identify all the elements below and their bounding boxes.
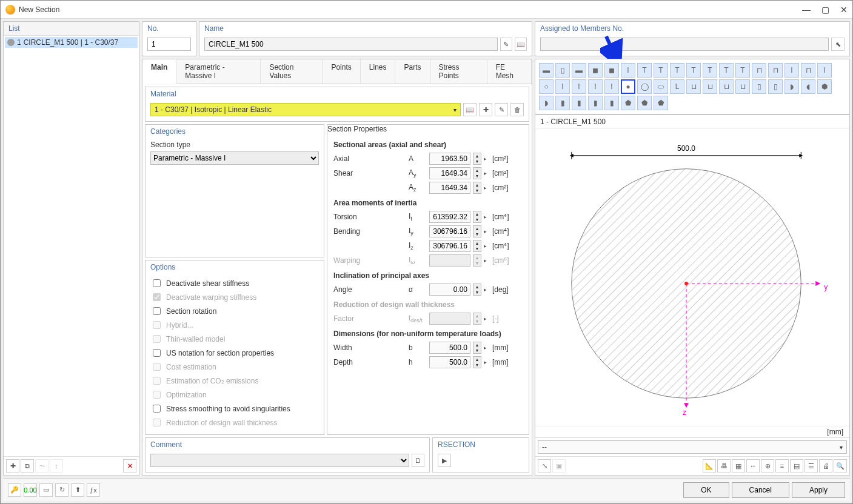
option-checkbox[interactable] (153, 279, 161, 287)
palette-shape-38[interactable]: ▮ (572, 96, 586, 110)
expand-icon[interactable]: ▸ (484, 214, 490, 220)
material-lib-button[interactable]: 📖 (463, 103, 477, 116)
palette-shape-24[interactable]: ◯ (637, 79, 652, 94)
option-checkbox[interactable] (153, 307, 161, 315)
fx-button[interactable]: ƒx (87, 483, 100, 497)
palette-shape-6[interactable]: T (637, 63, 652, 78)
spinner[interactable]: ▲▼ (473, 356, 481, 368)
rotate-button[interactable]: ↻ (55, 483, 69, 497)
tab-parametric-massive-i[interactable]: Parametric - Massive I (176, 59, 261, 84)
option-us-notation-for-section-properties[interactable]: US notation for section properties (150, 346, 319, 360)
expand-icon[interactable]: ▸ (484, 359, 490, 365)
palette-shape-35[interactable]: ⬢ (817, 79, 832, 94)
preview-search-button[interactable]: 🔍 (834, 459, 847, 472)
no-input[interactable] (147, 38, 191, 51)
preview-stress-button[interactable]: ≡ (775, 459, 789, 472)
show-button[interactable]: ▭ (39, 483, 53, 497)
palette-shape-29[interactable]: ⊔ (719, 79, 734, 94)
spinner[interactable]: ▲▼ (473, 153, 481, 165)
palette-shape-5[interactable]: I (621, 63, 635, 78)
expand-icon[interactable]: ▸ (484, 170, 490, 176)
palette-shape-8[interactable]: T (670, 63, 684, 78)
palette-shape-1[interactable]: ▯ (555, 63, 570, 78)
option-checkbox[interactable] (153, 349, 161, 357)
expand-icon[interactable]: ▸ (484, 243, 490, 249)
option-deactivate-shear-stiffness[interactable]: Deactivate shear stiffness (150, 276, 319, 290)
palette-shape-14[interactable]: ⊓ (768, 63, 783, 78)
preview-list-button[interactable]: ☰ (804, 459, 818, 472)
palette-shape-12[interactable]: T (735, 63, 750, 78)
palette-shape-17[interactable]: I (817, 63, 832, 78)
section-type-select[interactable]: Parametric - Massive I (150, 151, 319, 165)
spinner[interactable]: ▲▼ (473, 211, 481, 223)
option-checkbox[interactable] (153, 405, 161, 413)
material-new-button[interactable]: ✚ (479, 103, 492, 116)
preview-combo[interactable]: -- (538, 440, 847, 454)
tab-section-values[interactable]: Section Values (261, 59, 323, 84)
palette-shape-27[interactable]: ⊔ (686, 79, 701, 94)
palette-shape-41[interactable]: ⬟ (621, 96, 635, 110)
palette-shape-21[interactable]: I (588, 79, 603, 94)
tab-fe-mesh[interactable]: FE Mesh (487, 59, 532, 84)
option-section-rotation[interactable]: Section rotation (150, 304, 319, 318)
expand-icon[interactable]: ▸ (484, 156, 490, 162)
material-delete-button[interactable]: 🗑 (510, 103, 524, 116)
new-item-button[interactable]: ✚ (6, 459, 19, 472)
prop-input[interactable] (429, 211, 470, 223)
prop-input[interactable] (429, 240, 470, 252)
palette-shape-32[interactable]: ▯ (768, 79, 783, 94)
prop-input[interactable] (429, 225, 470, 237)
palette-shape-26[interactable]: L (670, 79, 684, 94)
spinner[interactable]: ▲▼ (473, 225, 481, 237)
prop-input[interactable] (429, 284, 470, 296)
rsection-launch-button[interactable]: ▶ (438, 454, 451, 467)
palette-shape-13[interactable]: ⊓ (752, 63, 766, 78)
palette-shape-16[interactable]: ⊓ (801, 63, 815, 78)
spinner[interactable]: ▲▼ (473, 167, 481, 179)
palette-shape-34[interactable]: ◖ (801, 79, 815, 94)
ok-button[interactable]: OK (683, 482, 729, 498)
option-stress-smoothing-to-avoid-singularities[interactable]: Stress smoothing to avoid singularities (150, 402, 319, 416)
palette-shape-31[interactable]: ▯ (752, 79, 766, 94)
tab-points[interactable]: Points (323, 59, 360, 84)
palette-shape-22[interactable]: I (604, 79, 619, 94)
close-button[interactable]: ✕ (840, 5, 848, 15)
prop-input[interactable] (429, 182, 470, 194)
palette-shape-10[interactable]: T (703, 63, 717, 78)
tab-lines[interactable]: Lines (361, 59, 396, 84)
material-select[interactable]: 1 - C30/37 | Isotropic | Linear Elastic (150, 103, 461, 116)
palette-shape-40[interactable]: ▮ (604, 96, 619, 110)
spinner[interactable]: ▲▼ (473, 182, 481, 194)
palette-shape-42[interactable]: ⬟ (637, 96, 652, 110)
palette-shape-19[interactable]: I (555, 79, 570, 94)
palette-shape-39[interactable]: ▮ (588, 96, 603, 110)
library-button[interactable]: 📖 (515, 38, 527, 51)
spinner[interactable]: ▲▼ (473, 240, 481, 252)
palette-shape-4[interactable]: ◼ (604, 63, 619, 78)
preview-axes-button[interactable]: 📐 (703, 459, 716, 472)
prop-input[interactable] (429, 356, 470, 368)
name-input[interactable] (204, 38, 498, 51)
palette-shape-3[interactable]: ◼ (588, 63, 603, 78)
comment-select[interactable] (150, 454, 409, 467)
expand-icon[interactable]: ▸ (484, 345, 490, 351)
palette-shape-33[interactable]: ◗ (784, 79, 799, 94)
palette-shape-23[interactable]: ● (621, 79, 635, 94)
palette-shape-0[interactable]: ▬ (539, 63, 554, 78)
tab-main[interactable]: Main (142, 59, 176, 84)
copy-item-button[interactable]: ⧉ (21, 459, 34, 472)
palette-shape-37[interactable]: ▮ (555, 96, 570, 110)
import-button[interactable]: ⬆ (71, 483, 84, 497)
palette-shape-20[interactable]: I (572, 79, 586, 94)
preview-print-button[interactable]: 🖶 (717, 459, 731, 472)
list-item[interactable]: 1 CIRCLE_M1 500 | 1 - C30/37 (5, 37, 138, 48)
cancel-button[interactable]: Cancel (732, 482, 789, 498)
expand-icon[interactable]: ▸ (484, 185, 490, 191)
palette-shape-15[interactable]: I (784, 63, 799, 78)
palette-shape-43[interactable]: ⬟ (654, 96, 668, 110)
preview-dim-button[interactable]: ↔ (746, 459, 760, 472)
spinner[interactable]: ▲▼ (473, 284, 481, 296)
expand-icon[interactable]: ▸ (484, 228, 490, 234)
prop-input[interactable] (429, 153, 470, 165)
preview-mesh-button[interactable]: ▤ (790, 459, 803, 472)
